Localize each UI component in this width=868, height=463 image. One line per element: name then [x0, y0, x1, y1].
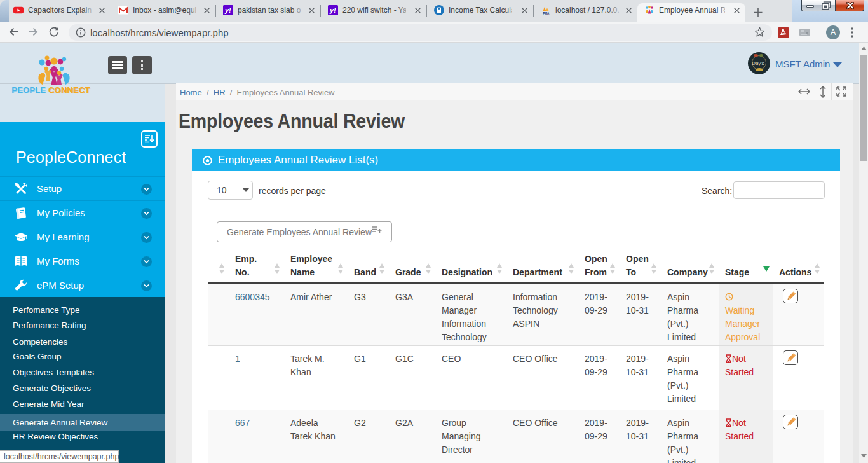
- svg-text:PMA: PMA: [543, 12, 550, 15]
- svg-text:y!: y!: [224, 6, 231, 14]
- svg-text:y!: y!: [329, 6, 336, 14]
